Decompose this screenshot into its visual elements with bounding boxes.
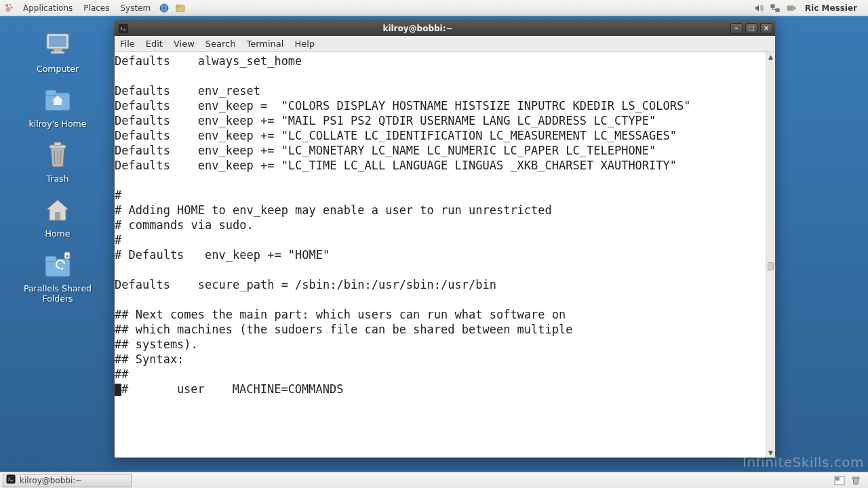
workspace-switcher[interactable] [831,472,848,489]
system-menu[interactable]: System [115,0,156,16]
desktop-icon-label: kilroy's Home [29,119,87,129]
terminal-menubar: File Edit View Search Terminal Help [115,36,775,52]
svg-rect-28 [7,475,15,483]
svg-rect-17 [45,90,56,96]
terminal-icon [117,22,130,35]
trash-applet-icon[interactable] [848,472,864,489]
terminal-icon [6,474,16,486]
svg-point-3 [6,7,11,12]
taskbar-item-terminal[interactable]: kilroy@bobbi:~ [3,474,132,487]
terminal-content[interactable]: Defaults always_set_home Defaults env_re… [115,52,766,458]
minimize-button[interactable]: – [730,23,743,34]
svg-rect-23 [55,212,60,220]
sound-icon[interactable] [751,0,767,16]
svg-point-0 [5,4,8,7]
svg-rect-27 [119,24,127,33]
svg-point-2 [11,6,13,8]
desktop-icon-home[interactable]: Home [17,193,98,239]
text-cursor [115,384,121,396]
computer-icon [41,28,74,61]
taskbar-item-label: kilroy@bobbi:~ [20,476,82,485]
battery-icon[interactable] [783,0,800,16]
desktop-icon-kilroys-home[interactable]: kilroy's Home [17,83,98,129]
desktop-icon-label: Computer [37,64,79,74]
desktop-icon-shared-folders[interactable]: Parallels Shared Folders [17,248,98,304]
svg-rect-7 [771,5,774,7]
desktop-icon-trash[interactable]: Trash [17,138,98,184]
svg-rect-19 [54,142,61,146]
applications-menu[interactable]: Applications [18,0,78,16]
window-title: kilroy@bobbi:~ [132,24,703,33]
scroll-down-icon[interactable]: ▼ [766,448,775,458]
svg-rect-8 [776,9,779,12]
vertical-scrollbar[interactable]: ▲ ▼ [766,52,775,458]
home-folder-icon [41,83,74,116]
menu-help[interactable]: Help [289,36,320,52]
home-icon [41,193,74,226]
desktop-icon-label: Parallels Shared Folders [17,283,98,304]
menu-terminal[interactable]: Terminal [241,36,289,52]
terminal-text: Defaults always_set_home Defaults env_re… [115,54,691,381]
svg-rect-6 [176,5,180,7]
svg-rect-11 [788,7,793,9]
trash-icon [41,138,74,171]
svg-rect-13 [49,36,66,47]
svg-rect-14 [54,49,62,52]
svg-rect-31 [852,477,859,479]
menu-file[interactable]: File [115,36,140,52]
file-manager-icon[interactable] [172,0,189,16]
top-panel: Applications Places System Ric Messier [0,0,868,16]
window-titlebar[interactable]: kilroy@bobbi:~ – □ × [115,21,775,36]
svg-rect-25 [45,256,56,262]
close-button[interactable]: × [760,23,772,34]
desktop-icon-label: Trash [46,174,68,184]
scroll-up-icon[interactable]: ▲ [766,52,775,62]
shared-folder-icon [41,248,74,281]
places-menu[interactable]: Places [78,0,115,16]
menu-search[interactable]: Search [200,36,241,52]
menu-view[interactable]: View [168,36,200,52]
scrollbar-thumb[interactable] [768,262,774,270]
bottom-panel: kilroy@bobbi:~ [0,472,868,488]
menu-edit[interactable]: Edit [140,36,168,52]
network-icon[interactable] [767,0,783,16]
terminal-lastline: # user MACHINE=COMMANDS [121,382,344,396]
svg-point-1 [9,3,12,5]
svg-rect-15 [51,52,64,54]
desktop-icon-computer[interactable]: Computer [17,28,98,74]
web-browser-icon[interactable] [156,0,172,16]
svg-rect-30 [835,477,840,481]
gnome-foot-icon [3,2,15,14]
desktop-icon-label: Home [45,228,71,239]
user-label[interactable]: Ric Messier [800,3,863,13]
svg-rect-10 [794,7,795,9]
terminal-window: kilroy@bobbi:~ – □ × File Edit View Sear… [114,20,776,458]
maximize-button[interactable]: □ [745,23,757,34]
desktop: Computer kilroy's Home Trash Home Parall… [0,16,115,472]
